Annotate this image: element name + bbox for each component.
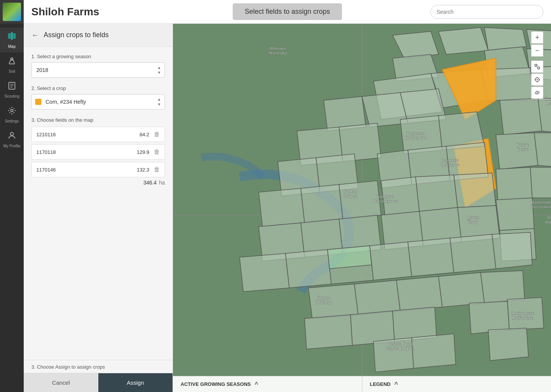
link-button[interactable]	[531, 87, 543, 99]
panel-actions: Cancel Assign	[24, 373, 173, 392]
svg-marker-78	[412, 334, 456, 368]
svg-marker-49	[416, 175, 458, 211]
svg-text:Tsovy: Tsovy	[468, 220, 479, 224]
svg-text:Khvoshchove: Khvoshchove	[372, 199, 398, 203]
svg-text:Vyshne ve: Vyshne ve	[440, 162, 460, 167]
legend-bar[interactable]: LEGEND ^	[362, 376, 551, 392]
extent-button[interactable]	[531, 60, 543, 73]
step1-label: 1. Select a growing season	[31, 54, 165, 59]
svg-marker-46	[301, 185, 343, 223]
svg-rect-0	[8, 33, 11, 39]
svg-rect-2	[13, 33, 16, 39]
season-select[interactable]: 2018	[31, 62, 165, 78]
svg-text:Velyika Budova: Velyika Budova	[386, 346, 415, 351]
cancel-button[interactable]: Cancel	[24, 373, 98, 392]
legend-label: LEGEND	[370, 381, 391, 387]
svg-text:Чернишівка: Чернишівка	[530, 200, 551, 204]
field-delete-1[interactable]: 🗑	[154, 131, 160, 138]
svg-marker-45	[259, 188, 305, 227]
total-area-value: 346.4	[143, 180, 156, 186]
sidebar-logo	[0, 0, 24, 24]
svg-marker-79	[488, 328, 528, 361]
svg-text:Ходосиха: Ходосиха	[406, 131, 425, 136]
sidebar-item-profile-label: My Profile	[3, 144, 20, 148]
top-header: Shiloh Farms Select fields to assign cro…	[24, 0, 551, 24]
back-button[interactable]: ←	[31, 31, 39, 39]
svg-text:Малик: Малик	[547, 215, 551, 220]
svg-text:Tovste: Tovste	[517, 147, 529, 152]
field-delete-3[interactable]: 🗑	[154, 166, 160, 173]
step3-label: 3. Choose fields on the map	[31, 117, 165, 123]
settings-icon	[7, 106, 16, 118]
map-controls: + −	[531, 31, 543, 99]
svg-rect-1	[11, 32, 13, 40]
location-button[interactable]	[531, 74, 543, 86]
svg-text:Цвови: Цвови	[467, 215, 479, 220]
table-row: 1210116 84.2 🗑	[31, 127, 165, 142]
sidebar-item-profile[interactable]: My Profile	[0, 127, 24, 152]
content-area: ← Assign crops to fields 1. Select a gro…	[24, 24, 551, 392]
field-list: 1210116 84.2 🗑 1170118 129.9 🗑 1170146 1…	[31, 127, 165, 177]
field-id-3: 1170146	[36, 167, 137, 173]
svg-marker-62	[370, 242, 412, 280]
svg-marker-72	[305, 315, 352, 349]
growing-seasons-bar[interactable]: ACTIVE GROWING SEASONS ^	[173, 376, 362, 392]
svg-point-10	[10, 132, 13, 136]
farm-title: Shiloh Farms	[31, 6, 430, 18]
field-id-2: 1170118	[36, 149, 137, 155]
season-select-wrapper: 2018 ▲▼	[31, 62, 165, 78]
assign-panel: ← Assign crops to fields 1. Select a gro…	[24, 24, 173, 392]
zoom-in-button[interactable]: +	[531, 31, 543, 44]
sidebar-item-soil[interactable]: Soil	[0, 52, 24, 77]
svg-text:Шишаки: Шишаки	[270, 46, 286, 51]
svg-text:Chernyshivka: Chernyshivka	[529, 204, 551, 209]
growing-seasons-chevron: ^	[254, 381, 258, 388]
svg-text:Лeгейди: Лeгейди	[545, 96, 551, 101]
svg-point-9	[11, 109, 13, 112]
field-delete-2[interactable]: 🗑	[154, 149, 160, 155]
sidebar-item-scouting[interactable]: Scouting	[0, 77, 24, 102]
svg-marker-64	[450, 234, 496, 273]
svg-rect-106	[535, 64, 537, 66]
panel-title: Assign crops to fields	[44, 31, 109, 39]
map-container[interactable]: Шишаки Shyshaky Ходосиха Khodosykha Вишн…	[173, 24, 551, 392]
sidebar: Map Soil Scouting	[0, 0, 24, 392]
zoom-out-button[interactable]: −	[531, 44, 543, 57]
svg-text:Khodosykha: Khodosykha	[404, 136, 427, 140]
svg-text:Bukhunу: Bukhunу	[316, 300, 332, 305]
field-area-3: 132.3	[137, 167, 149, 173]
profile-icon	[7, 131, 16, 142]
svg-marker-59	[240, 253, 289, 292]
svg-marker-30	[500, 98, 542, 135]
legend-chevron: ^	[395, 381, 398, 388]
sidebar-item-map[interactable]: Map	[0, 28, 24, 52]
total-area-unit: ha	[159, 180, 165, 186]
panel-header: ← Assign crops to fields	[24, 24, 173, 47]
sidebar-item-map-label: Map	[8, 44, 15, 49]
panel-body: 1. Select a growing season 2018 ▲▼ 2. Se…	[24, 47, 173, 360]
main-content: Shiloh Farms Select fields to assign cro…	[24, 0, 551, 392]
svg-marker-66	[328, 246, 372, 269]
svg-marker-71	[481, 271, 525, 303]
svg-marker-75	[469, 301, 509, 334]
panel-footer-note: 3. Choose Assign to assign crops	[24, 360, 173, 373]
scouting-icon	[7, 81, 16, 93]
search-input[interactable]	[430, 5, 543, 19]
svg-text:Бухуни: Бухуни	[317, 296, 331, 300]
table-row: 1170118 129.9 🗑	[31, 144, 165, 160]
svg-marker-50	[454, 173, 496, 207]
assign-button[interactable]: Assign	[98, 373, 173, 392]
sidebar-item-settings[interactable]: Settings	[0, 102, 24, 127]
crop-select[interactable]: Corn, #234 Hefty	[31, 94, 165, 109]
svg-marker-69	[396, 276, 442, 311]
sidebar-item-settings-label: Settings	[5, 119, 19, 123]
sidebar-item-soil-label: Soil	[9, 69, 15, 74]
svg-text:Malykiva: Malykiva	[545, 220, 551, 224]
growing-seasons-label: ACTIVE GROWING SEASONS	[181, 381, 251, 387]
svg-marker-70	[439, 273, 484, 307]
svg-text:Бабині: Бабині	[344, 189, 357, 194]
sidebar-item-scouting-label: Scouting	[5, 94, 20, 98]
svg-text:Shafranivka: Shafranivka	[512, 315, 534, 320]
svg-text:Leheidy: Leheidy	[546, 101, 551, 106]
field-id-1: 1210116	[36, 132, 140, 137]
